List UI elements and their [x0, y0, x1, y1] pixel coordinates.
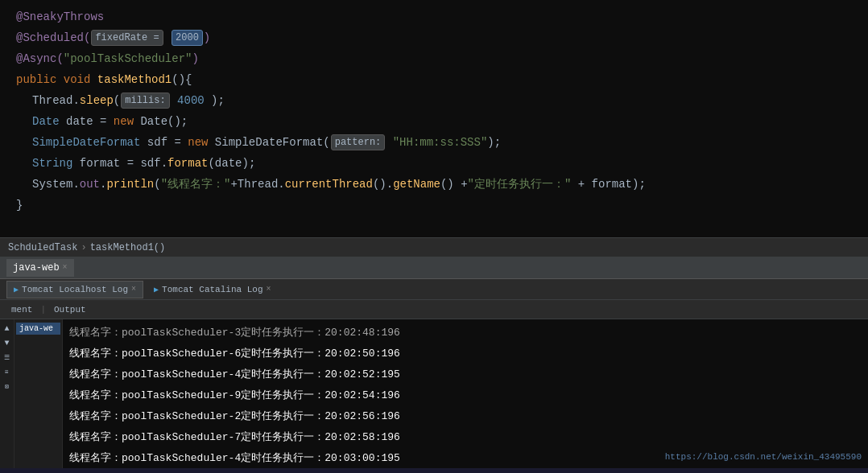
param-hint-pattern: pattern: — [331, 134, 386, 150]
sdf-ctor: SimpleDateFormat( — [215, 132, 330, 153]
code-line-3: @Async("poolTaskScheduler") — [16, 48, 868, 69]
toolbar-row: ment | Output — [0, 300, 868, 319]
console-line-1: 线程名字：poolTaskScheduler-4定时任务执行一：20:02:52… — [69, 364, 862, 385]
annotation-async: @Async( — [16, 48, 64, 69]
breadcrumb-separator: › — [81, 242, 86, 253]
toolbar-ment[interactable]: ment — [6, 305, 37, 315]
annotation-sneaky: @SneakyThrows — [16, 6, 104, 27]
log-icon-localhost: ▶ — [14, 285, 19, 294]
date-ctor: Date(); — [140, 111, 188, 132]
console-line-scrolled: 线程名字：poolTaskScheduler-3定时任务执行一：20:02:48… — [69, 323, 862, 343]
dot1: . — [72, 90, 79, 111]
clear-btn[interactable]: ⊠ — [2, 380, 13, 392]
param-value-2000: 2000 — [172, 30, 203, 46]
sleep-close: ); — [205, 90, 225, 111]
file-tab-java-web[interactable]: java-web × — [6, 259, 74, 277]
param-hint-fixedrate: fixedRate = — [91, 30, 163, 46]
code-content: @SneakyThrows @Scheduled(fixedRate = 200… — [0, 0, 868, 222]
scroll-down-btn[interactable]: ▼ — [2, 337, 13, 348]
log-tab-bar: ▶ Tomcat Localhost Log × ▶ Tomcat Catali… — [0, 279, 868, 300]
file-tab-bar: java-web × — [0, 257, 868, 279]
eq1: = — [100, 111, 114, 132]
console-label-bar: java-we — [14, 319, 63, 468]
eq3: = — [127, 153, 141, 174]
code-editor: @SneakyThrows @Scheduled(fixedRate = 200… — [0, 0, 868, 237]
space2 — [386, 132, 392, 153]
new2: new — [188, 132, 215, 153]
pattern-string: "HH:mm:ss:SSS" — [393, 132, 488, 153]
console-line-4: 线程名字：poolTaskScheduler-7定时任务执行一：20:02:58… — [69, 427, 862, 448]
code-line-9: System.out.println("线程名字："+Thread.curren… — [16, 174, 868, 195]
println-str2: "定时任务执行一：" — [468, 174, 578, 195]
breadcrumb-method[interactable]: taskMethod1() — [90, 242, 166, 253]
concat1: +Thread. — [230, 174, 284, 195]
toolbar-sep: | — [40, 305, 46, 315]
log-tab-catalina-label: Tomcat Catalina Log — [162, 285, 262, 294]
annotation-scheduled-close: ) — [204, 27, 210, 48]
annotation-scheduled: @Scheduled( — [16, 27, 90, 48]
eq2: = — [174, 132, 188, 153]
log-tab-localhost-close[interactable]: × — [131, 285, 136, 294]
filter-btn[interactable]: ☰ — [2, 352, 13, 363]
code-line-7: SimpleDateFormat sdf = new SimpleDateFor… — [16, 132, 868, 153]
currentthread-method: currentThread — [285, 174, 373, 195]
gn-parens: () — [440, 174, 461, 195]
code-line-5: Thread.sleep(millis: 4000 ); — [16, 90, 868, 111]
space — [171, 90, 177, 111]
format-method: format — [167, 153, 208, 174]
param-hint-millis: millis: — [121, 93, 169, 109]
thread-class: Thread — [32, 90, 72, 111]
watermark: https://blog.csdn.net/weixin_43495590 — [665, 452, 862, 462]
console-line-3: 线程名字：poolTaskScheduler-2定时任务执行一：20:02:56… — [69, 406, 862, 427]
code-line-1: @SneakyThrows — [16, 6, 868, 27]
method-name: taskMethod1 — [97, 69, 172, 90]
sdf-close: ); — [487, 132, 501, 153]
code-line-4: public void taskMethod1(){ — [16, 69, 868, 90]
code-line-2: @Scheduled(fixedRate = 2000) — [16, 27, 868, 48]
millis-value: 4000 — [177, 90, 205, 111]
toolbar-output[interactable]: Output — [49, 305, 91, 315]
console-area: ▲ ▼ ☰ ≡ ⊠ java-we 线程名字：poolTaskScheduler… — [0, 319, 868, 468]
sdf-var: sdf — [147, 132, 175, 153]
log-tab-localhost[interactable]: ▶ Tomcat Localhost Log × — [6, 281, 143, 298]
out-ref: out — [80, 174, 100, 195]
log-tab-catalina-close[interactable]: × — [267, 285, 271, 294]
sleep-paren: ( — [114, 90, 120, 111]
annotation-async-close: ) — [192, 48, 198, 69]
sdf-type: SimpleDateFormat — [32, 132, 147, 153]
log-tab-catalina[interactable]: ▶ Tomcat Catalina Log × — [147, 281, 278, 298]
code-line-10: } — [16, 195, 868, 216]
getname-method: getName — [393, 174, 440, 195]
log-tab-localhost-label: Tomcat Localhost Log — [22, 285, 128, 294]
console-sidebar: ▲ ▼ ☰ ≡ ⊠ — [0, 319, 14, 468]
tab-close-icon[interactable]: × — [63, 263, 68, 272]
keyword-void: void — [64, 69, 97, 90]
scroll-up-btn[interactable]: ▲ — [2, 323, 13, 334]
sdf-ref: sdf. — [140, 153, 167, 174]
date-var: date — [66, 111, 100, 132]
dot-println: . — [100, 174, 106, 195]
wrap-btn[interactable]: ≡ — [2, 366, 13, 377]
date-type: Date — [32, 111, 66, 132]
console-label-java-web[interactable]: java-we — [16, 323, 60, 335]
println-open: ( — [154, 174, 160, 195]
println-str1: "线程名字：" — [161, 174, 231, 195]
sleep-method: sleep — [80, 90, 114, 111]
system-ref: System. — [32, 174, 80, 195]
keyword-public: public — [16, 69, 64, 90]
format-var: format — [80, 153, 127, 174]
println-method: println — [106, 174, 154, 195]
ct-parens: (). — [373, 174, 393, 195]
async-value: "poolTaskScheduler" — [64, 48, 192, 69]
method-parens: (){ — [172, 69, 192, 90]
scheduled-value — [164, 27, 171, 48]
format-args: (date); — [208, 153, 255, 174]
new1: new — [114, 111, 141, 132]
console-line-2: 线程名字：poolTaskScheduler-9定时任务执行一：20:02:54… — [69, 385, 862, 406]
closing-brace: } — [16, 195, 23, 216]
code-line-6: Date date = new Date(); — [16, 111, 868, 132]
console-output: 线程名字：poolTaskScheduler-3定时任务执行一：20:02:48… — [63, 319, 868, 468]
tab-label: java-web — [13, 262, 60, 274]
breadcrumb-bar: SchduledTask › taskMethod1() — [0, 237, 868, 257]
breadcrumb-class[interactable]: SchduledTask — [8, 242, 77, 253]
